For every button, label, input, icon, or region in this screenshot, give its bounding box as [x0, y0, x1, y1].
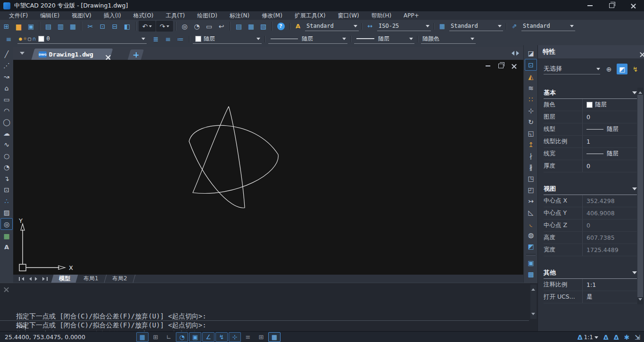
scale-icon[interactable]: ◱: [525, 128, 537, 138]
trim-icon[interactable]: ◳: [525, 173, 537, 184]
menu-item[interactable]: 编辑(E): [34, 11, 66, 20]
command-scrollbar[interactable]: [530, 285, 537, 319]
chamfer-icon[interactable]: ◺: [525, 207, 537, 218]
section-basic-header[interactable]: 基本: [544, 87, 637, 99]
new-file-icon[interactable]: ⊞: [0, 21, 12, 32]
menu-item[interactable]: 格式(O): [127, 11, 160, 20]
property-row[interactable]: 高度 607.7385: [544, 232, 637, 244]
menu-item[interactable]: 视图(V): [66, 11, 98, 20]
properties-palette-icon[interactable]: ▤: [233, 21, 245, 32]
fullscreen-icon[interactable]: ⇲: [635, 334, 640, 341]
cut-icon[interactable]: ✂: [84, 21, 96, 32]
offset-icon[interactable]: ≋: [525, 82, 537, 93]
command-input[interactable]: >>: [16, 322, 25, 330]
first-layout-button[interactable]: [19, 277, 24, 281]
redo-icon[interactable]: ↷: [156, 21, 173, 32]
section-other-header[interactable]: 其他: [544, 267, 637, 279]
hatch-icon[interactable]: ▨: [1, 207, 12, 218]
explode-icon[interactable]: ◩: [525, 241, 537, 252]
paste-icon[interactable]: ⊟: [109, 21, 121, 32]
ortho-icon[interactable]: ∟: [163, 332, 175, 342]
quick-select-icon[interactable]: ⊕: [603, 64, 614, 74]
command-line-panel[interactable]: 指定下一点或 [闭合(C)/拟合公差(F)/放弃(U)] <起点切向>:指定下一…: [0, 283, 537, 332]
text-style-icon[interactable]: A: [293, 23, 303, 30]
next-layout-button[interactable]: [35, 277, 39, 281]
polar-tracking-icon[interactable]: ◔: [176, 332, 188, 342]
plot-icon[interactable]: ▦: [67, 21, 79, 32]
select-objects-icon[interactable]: ◩: [617, 64, 627, 74]
properties-header[interactable]: 特性: [538, 45, 644, 58]
auto-annotate-icon[interactable]: Δ: [603, 334, 609, 341]
drawing-close-button[interactable]: [512, 64, 517, 69]
menu-item[interactable]: 标注(N): [223, 11, 256, 20]
properties-scrollbar[interactable]: [637, 88, 643, 304]
ellipse-icon[interactable]: ○: [1, 150, 12, 161]
layer-select[interactable]: ● ☼ ▢ ∩ 0: [17, 34, 147, 44]
construction-line-icon[interactable]: ⋰: [1, 60, 12, 71]
circle-icon[interactable]: ◯: [1, 116, 12, 127]
mleader-style-select[interactable]: Standard: [521, 22, 575, 31]
mtext-icon[interactable]: A: [1, 242, 12, 252]
table-style-select[interactable]: Standard: [449, 22, 503, 31]
rectangle-icon[interactable]: ▭: [1, 94, 12, 105]
layer-isolate-icon[interactable]: ≔: [174, 33, 186, 44]
property-row[interactable]: 中心点 Y 406.9008: [544, 207, 637, 220]
drawing-restore-button[interactable]: [498, 64, 504, 68]
osnap-tracking-icon[interactable]: ∠: [202, 332, 215, 342]
property-row[interactable]: 中心点 Z 0: [544, 220, 637, 232]
extend-icon[interactable]: ◰: [525, 184, 537, 195]
layout-tab[interactable]: 布局1: [76, 275, 107, 283]
region-icon[interactable]: ◎: [0, 218, 13, 230]
make-block-icon[interactable]: ⊡: [1, 184, 12, 195]
scroll-down-icon[interactable]: [638, 298, 642, 302]
settings-gear-icon[interactable]: ✱: [624, 334, 630, 341]
erase-icon[interactable]: ◪: [525, 48, 537, 58]
draw-order-back-icon[interactable]: ▩: [525, 269, 537, 279]
tool-palettes-icon[interactable]: ▧: [257, 21, 269, 32]
drawing-minimize-button[interactable]: [486, 65, 490, 66]
window-minimize-button[interactable]: [579, 0, 601, 11]
print-preview-icon[interactable]: ▥: [55, 21, 66, 32]
pan-icon[interactable]: ◎: [179, 21, 190, 32]
lineweight-select[interactable]: 随层: [354, 34, 414, 44]
tab-scroll-right-icon[interactable]: [516, 51, 521, 56]
array-icon[interactable]: ∷: [525, 94, 537, 105]
property-row[interactable]: 图层 0: [544, 111, 637, 123]
dynamic-input-icon[interactable]: ⊹: [229, 332, 241, 342]
menu-item[interactable]: 扩展工具(X): [289, 11, 332, 20]
scrollbar-thumb[interactable]: [637, 95, 643, 297]
copy-icon[interactable]: ⊡: [525, 59, 537, 71]
table-style-icon[interactable]: ▦: [438, 23, 447, 30]
save-icon[interactable]: ▣: [25, 21, 37, 32]
property-row[interactable]: 宽度 1725.4489: [544, 244, 637, 256]
property-row[interactable]: 线型比例 1: [544, 136, 637, 148]
spline-icon[interactable]: ∿: [1, 139, 12, 150]
dim-style-select[interactable]: ISO-25: [377, 22, 431, 31]
lineweight-display-icon[interactable]: ≡: [242, 332, 254, 342]
menu-item[interactable]: 文件(F): [3, 11, 34, 20]
mleader-style-icon[interactable]: ⇗: [510, 23, 519, 30]
menu-item[interactable]: 插入(I): [98, 11, 127, 20]
revision-cloud-icon[interactable]: ☁: [1, 128, 12, 138]
menu-item[interactable]: 修改(M): [256, 11, 289, 20]
layout-tab[interactable]: 布局2: [104, 275, 135, 283]
model-space-icon[interactable]: ▦: [268, 332, 281, 342]
snap-icon[interactable]: ⊞: [149, 332, 162, 342]
menu-item[interactable]: 窗口(W): [331, 11, 365, 20]
toggle-pickadd-icon[interactable]: ↯: [630, 64, 641, 74]
fillet-icon[interactable]: ◟: [525, 218, 537, 229]
line-icon[interactable]: ╱: [1, 49, 12, 59]
smooth-icon[interactable]: ◍: [525, 229, 537, 240]
polygon-icon[interactable]: ⌂: [1, 82, 12, 93]
polyline-icon[interactable]: ↝: [1, 71, 12, 82]
drawing-canvas[interactable]: Y X: [13, 60, 523, 275]
design-center-icon[interactable]: ▦: [245, 21, 257, 32]
ellipse-arc-icon[interactable]: ◔: [1, 162, 12, 172]
property-row[interactable]: 中心点 X 352.4298: [544, 195, 637, 207]
tab-list-dropdown-icon[interactable]: [20, 52, 25, 57]
layer-previous-icon[interactable]: ≣: [150, 33, 162, 44]
menu-item[interactable]: APP+: [397, 11, 425, 20]
menu-item[interactable]: 绘图(D): [191, 11, 223, 20]
zoom-window-icon[interactable]: ▭: [203, 21, 215, 32]
selection-filter-select[interactable]: 无选择: [544, 64, 600, 74]
